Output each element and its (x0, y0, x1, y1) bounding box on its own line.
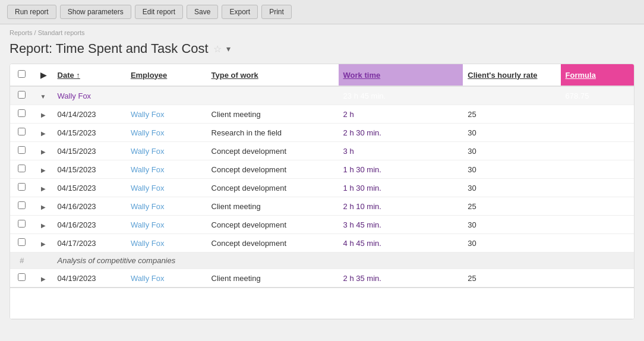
favorite-star-icon[interactable]: ☆ (213, 43, 222, 55)
row-expand-cell[interactable]: ▶ (33, 142, 52, 160)
row-checkbox[interactable] (18, 220, 26, 228)
group-hourly-empty (463, 86, 560, 105)
row-expand-cell[interactable]: ▶ (33, 269, 52, 288)
row-checkbox-cell (10, 105, 33, 124)
breadcrumb-reports[interactable]: Reports (10, 29, 33, 36)
section-number: # (20, 256, 24, 265)
row-expand-icon[interactable]: ▶ (41, 149, 46, 155)
header-type-of-work[interactable]: Type of work (207, 64, 339, 86)
row-checkbox[interactable] (18, 183, 26, 191)
row-employee[interactable]: Wally Fox (126, 234, 207, 252)
row-checkbox-cell (10, 160, 33, 179)
table-row: ▶ 04/15/2023 Wally Fox Concept developme… (10, 179, 634, 197)
title-dropdown-icon[interactable]: ▾ (226, 44, 231, 53)
row-employee[interactable]: Wally Fox (126, 269, 207, 288)
row-type: Concept development (207, 234, 339, 252)
table-row: ▶ 04/15/2023 Wally Fox Concept developme… (10, 142, 634, 160)
row-checkbox[interactable] (18, 165, 26, 172)
row-hourly-rate: 30 (463, 160, 560, 179)
row-checkbox[interactable] (18, 146, 26, 154)
header-hourly-rate[interactable]: Client's hourly rate (463, 64, 560, 86)
save-button[interactable]: Save (187, 5, 218, 19)
row-checkbox[interactable] (18, 109, 26, 117)
page-title: Report: Time Spent and Task Cost (10, 41, 209, 56)
row-expand-cell[interactable]: ▶ (33, 179, 52, 197)
row-expand-icon[interactable]: ▶ (41, 276, 46, 282)
section-label: Analysis of competitive companies (53, 252, 634, 269)
row-checkbox-cell (10, 197, 33, 216)
total-hourly-cell (463, 288, 560, 319)
row-work-time: 2 h 35 min. (339, 269, 463, 288)
row-expand-icon[interactable]: ▶ (41, 222, 46, 229)
row-expand-icon[interactable]: ▶ (41, 167, 46, 173)
group-checkbox[interactable] (18, 91, 26, 99)
row-checkbox[interactable] (18, 238, 26, 246)
total-work-time-value: 23 h 45 min. (343, 301, 459, 314)
row-employee[interactable]: Wally Fox (126, 216, 207, 234)
employee-link[interactable]: Wally Fox (131, 128, 165, 137)
show-parameters-button[interactable]: Show parameters (60, 5, 131, 19)
row-checkbox[interactable] (18, 201, 26, 209)
toolbar: Run report Show parameters Edit report S… (0, 0, 644, 24)
row-employee[interactable]: Wally Fox (126, 179, 207, 197)
row-employee[interactable]: Wally Fox (126, 142, 207, 160)
row-hourly-rate: 30 (463, 179, 560, 197)
expand-all-icon[interactable]: ▶ (40, 71, 46, 80)
row-formula: 54.17 (561, 197, 634, 216)
row-employee[interactable]: Wally Fox (126, 197, 207, 216)
employee-link[interactable]: Wally Fox (131, 147, 165, 156)
print-button[interactable]: Print (261, 5, 292, 19)
employee-link[interactable]: Wally Fox (131, 220, 165, 229)
row-expand-cell[interactable]: ▶ (33, 216, 52, 234)
group-expand-cell[interactable]: ▼ (33, 86, 52, 105)
row-expand-icon[interactable]: ▶ (41, 204, 46, 210)
header-work-time[interactable]: Work time (339, 64, 463, 86)
header-date[interactable]: Date ↑ (53, 64, 126, 86)
row-expand-cell[interactable]: ▶ (33, 234, 52, 252)
group-expand-icon[interactable]: ▼ (40, 93, 46, 100)
row-expand-icon[interactable]: ▶ (41, 241, 46, 247)
row-employee[interactable]: Wally Fox (126, 160, 207, 179)
employee-link[interactable]: Wally Fox (131, 202, 165, 211)
row-formula: 112.50 (561, 216, 634, 234)
row-expand-icon[interactable]: ▶ (41, 112, 46, 118)
employee-link[interactable]: Wally Fox (131, 274, 165, 283)
table-row: ▶ 04/16/2023 Wally Fox Concept developme… (10, 216, 634, 234)
row-type: Concept development (207, 142, 339, 160)
row-expand-cell[interactable]: ▶ (33, 197, 52, 216)
row-hourly-rate: 25 (463, 269, 560, 288)
row-type: Client meeting (207, 105, 339, 124)
row-hourly-rate: 25 (463, 105, 560, 124)
row-work-time: 1 h 30 min. (339, 179, 463, 197)
row-employee[interactable]: Wally Fox (126, 105, 207, 124)
row-hourly-rate: 30 (463, 124, 560, 142)
select-all-checkbox[interactable] (18, 70, 26, 78)
row-expand-icon[interactable]: ▶ (41, 130, 46, 137)
header-formula[interactable]: Formula (561, 64, 634, 86)
row-checkbox[interactable] (18, 128, 26, 135)
row-expand-icon[interactable]: ▶ (41, 185, 46, 192)
run-report-button[interactable]: Run report (7, 5, 56, 19)
employee-link[interactable]: Wally Fox (131, 110, 165, 119)
row-expand-cell[interactable]: ▶ (33, 105, 52, 124)
export-button[interactable]: Export (222, 5, 258, 19)
row-date: 04/15/2023 (53, 179, 126, 197)
row-expand-cell[interactable]: ▶ (33, 124, 52, 142)
employee-link[interactable]: Wally Fox (131, 184, 165, 192)
row-checkbox-cell (10, 142, 33, 160)
employee-link[interactable]: Wally Fox (131, 239, 165, 248)
row-checkbox-cell (10, 124, 33, 142)
breadcrumb-standard-reports[interactable]: Standart reports (38, 29, 85, 36)
header-expand-cell: ▶ (33, 64, 52, 86)
edit-report-button[interactable]: Edit report (135, 5, 183, 19)
row-formula: 64.58 (561, 269, 634, 288)
row-date: 04/15/2023 (53, 142, 126, 160)
header-employee[interactable]: Employee (126, 64, 207, 86)
row-work-time: 3 h (339, 142, 463, 160)
row-employee[interactable]: Wally Fox (126, 124, 207, 142)
total-work-time-label: TOTAL: (343, 292, 459, 299)
row-checkbox[interactable] (18, 273, 26, 281)
row-date: 04/17/2023 (53, 234, 126, 252)
employee-link[interactable]: Wally Fox (131, 165, 165, 174)
row-expand-cell[interactable]: ▶ (33, 160, 52, 179)
